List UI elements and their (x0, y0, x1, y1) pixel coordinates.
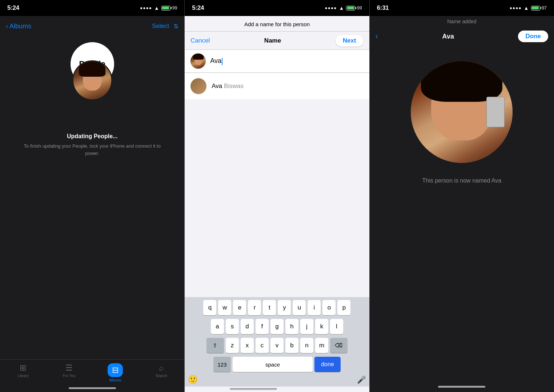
key-r[interactable]: r (248, 300, 261, 315)
battery-2: 99 (346, 5, 362, 11)
phone-2: 5:24 ●●●● ▲ 99 Add a name for this perso… (185, 0, 369, 392)
key-i[interactable]: i (308, 300, 321, 315)
battery-pct-3: 97 (542, 5, 547, 11)
people-container: People ♥ (0, 36, 184, 86)
heart-icon: ♥ (106, 91, 110, 97)
status-icons-2: ●●●● ▲ 99 (325, 5, 362, 11)
tab-bar-1: ⊞ Library ☰ For You ⊟ Albums ⌕ Search (0, 359, 184, 392)
key-v[interactable]: v (270, 338, 284, 353)
status-icons-3: ●●●● ▲ 97 (510, 5, 547, 11)
status-bar-2: 5:24 ●●●● ▲ 99 (185, 0, 369, 16)
selfie-phone-prop (486, 97, 505, 127)
tab-search-label: Search (156, 374, 167, 378)
key-a[interactable]: a (211, 319, 224, 334)
search-icon: ⌕ (159, 363, 164, 373)
phone-1: 5:24 ●●●● ▲ 99 ‹ Albums Select ⇅ Peopl (0, 0, 184, 392)
keyboard: q w e r t y u i o p a s d f g h j k (185, 297, 369, 387)
updating-title: Updating People... (7, 133, 177, 140)
key-b[interactable]: b (285, 338, 298, 353)
key-k[interactable]: k (315, 319, 328, 334)
key-123[interactable]: 123 (213, 357, 231, 372)
key-space[interactable]: space (233, 357, 313, 372)
signal-icon-2: ●●●● (325, 5, 337, 11)
key-x[interactable]: x (241, 338, 254, 353)
home-indicator-2 (230, 388, 277, 390)
key-q[interactable]: q (203, 300, 216, 315)
wifi-icon-1: ▲ (154, 5, 159, 11)
albums-icon: ⊟ (112, 365, 119, 375)
foryou-icon: ☰ (65, 363, 73, 373)
modal-name-title: Name (264, 37, 281, 44)
suggestion-row[interactable]: Ava Biswas (185, 73, 369, 99)
battery-3: 97 (531, 5, 547, 11)
key-t[interactable]: t (263, 300, 276, 315)
tab-library[interactable]: ⊞ Library (0, 363, 46, 378)
key-w[interactable]: w (218, 300, 231, 315)
signal-icon-3: ●●●● (510, 5, 522, 11)
wifi-icon-3: ▲ (524, 5, 529, 11)
tab-foryou[interactable]: ☰ For You (46, 363, 92, 378)
next-button[interactable]: Next (336, 35, 364, 47)
modal-top-title-row: Add a name for this person (185, 16, 369, 32)
back-button-3[interactable]: ‹ (376, 32, 378, 41)
key-c[interactable]: c (256, 338, 269, 353)
status-time-2: 5:24 (192, 4, 204, 12)
status-bar-3: 6:31 ●●●● ▲ 97 (370, 0, 554, 16)
mic-icon[interactable]: 🎤 (357, 375, 366, 384)
wifi-icon-2: ▲ (339, 5, 344, 11)
key-n[interactable]: n (300, 338, 313, 353)
battery-1: 99 (161, 5, 177, 11)
person-name-nav: Ava (442, 33, 454, 40)
tab-albums[interactable]: ⊟ Albums (92, 363, 138, 382)
phone-3: 6:31 ●●●● ▲ 97 Name added ‹ Ava Done Thi… (370, 0, 554, 392)
key-g[interactable]: g (270, 319, 284, 334)
key-done[interactable]: done (314, 357, 341, 372)
key-l[interactable]: l (330, 319, 343, 334)
done-button[interactable]: Done (518, 31, 548, 42)
key-s[interactable]: s (226, 319, 239, 334)
home-indicator-3 (438, 386, 485, 388)
tab-search[interactable]: ⌕ Search (138, 363, 184, 378)
name-added-section: Name added (370, 16, 554, 26)
input-avatar (190, 53, 206, 69)
name-input-display[interactable]: Ava (210, 57, 222, 65)
key-h[interactable]: h (285, 319, 298, 334)
battery-pct-1: 99 (172, 5, 177, 11)
home-indicator-1 (69, 387, 116, 389)
tab-albums-label: Albums (109, 378, 121, 382)
modal-subtitle: Add a name for this person (244, 21, 310, 27)
signal-icon-1: ●●●● (140, 5, 152, 11)
emoji-icon[interactable]: 🙂 (188, 375, 198, 384)
key-u[interactable]: u (293, 300, 306, 315)
key-e[interactable]: e (233, 300, 246, 315)
key-f[interactable]: f (256, 319, 269, 334)
key-m[interactable]: m (315, 338, 328, 353)
select-button-1[interactable]: Select (152, 23, 169, 30)
kb-row-1: q w e r t y u i o p (186, 300, 368, 315)
status-time-3: 6:31 (377, 4, 389, 12)
back-label-1: Albums (9, 23, 31, 30)
person-photo-1[interactable]: ♥ (72, 60, 112, 100)
key-z[interactable]: z (226, 338, 239, 353)
key-d[interactable]: d (241, 319, 254, 334)
cursor (222, 58, 222, 65)
library-icon: ⊞ (20, 363, 26, 373)
back-button-1[interactable]: ‹ Albums (6, 23, 31, 30)
key-j[interactable]: j (300, 319, 313, 334)
kb-row-2: a s d f g h j k l (186, 319, 368, 334)
updating-subtitle: To finish updating your People, lock you… (7, 143, 177, 157)
nav-bar-3: ‹ Ava Done (370, 26, 554, 47)
input-text: Ava (210, 57, 221, 64)
key-shift[interactable]: ⇧ (206, 338, 224, 353)
key-y[interactable]: y (278, 300, 291, 315)
sort-icon-1[interactable]: ⇅ (173, 23, 178, 30)
status-icons-1: ●●●● ▲ 99 (140, 5, 177, 11)
chevron-left-icon-1: ‹ (6, 23, 8, 30)
key-delete[interactable]: ⌫ (330, 338, 348, 353)
modal-spacer (185, 99, 369, 297)
cancel-button[interactable]: Cancel (190, 37, 210, 44)
name-confirmed-caption: This person is now named Ava (422, 177, 502, 184)
key-p[interactable]: p (337, 300, 350, 315)
key-o[interactable]: o (322, 300, 336, 315)
tab-library-label: Library (17, 374, 29, 378)
